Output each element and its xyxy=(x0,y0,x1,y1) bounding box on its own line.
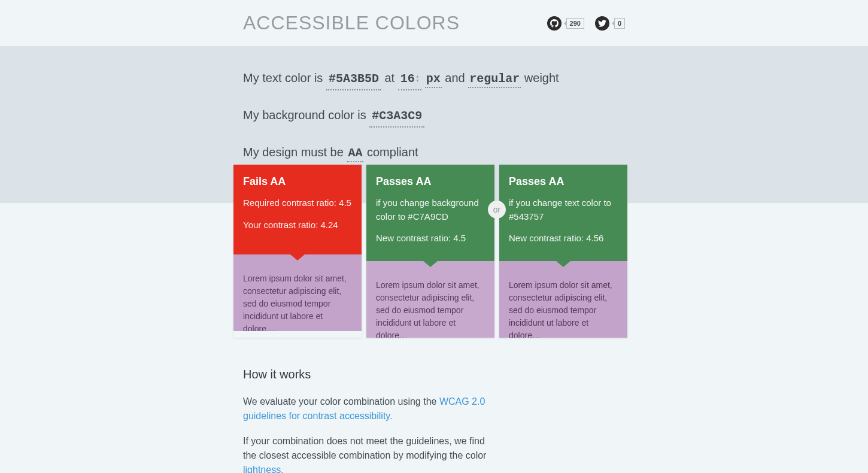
page-title: ACCESSIBLE COLORS xyxy=(243,12,460,34)
pass-text-card: or Passes AA if you change text color to… xyxy=(499,165,627,338)
pass-text-sample: Lorem ipsum dolor sit amet, consectetur … xyxy=(499,261,627,338)
level-select[interactable]: AA xyxy=(347,146,363,162)
lightness-link[interactable]: lightness. xyxy=(243,465,284,473)
or-badge: or xyxy=(488,201,506,219)
twitter-icon xyxy=(595,16,609,31)
label: My text color is xyxy=(243,71,323,84)
pass-text-desc: if you change text color to #543757 xyxy=(509,196,618,223)
pass-bg-ratio: New contrast ratio: 4.5 xyxy=(376,232,485,245)
pass-bg-sample: Lorem ipsum dolor sit amet, consectetur … xyxy=(366,261,494,338)
pass-bg-card: Passes AA if you change background color… xyxy=(366,165,494,338)
howit-title: How it works xyxy=(243,368,488,381)
social-links: 290 0 xyxy=(547,16,625,31)
fail-sample: Lorem ipsum dolor sit amet, consectetur … xyxy=(233,254,362,331)
howit-p1: We evaluate your color combination using… xyxy=(243,395,488,423)
twitter-link[interactable]: 0 xyxy=(595,16,625,31)
label: My design must be xyxy=(243,145,344,159)
label: and xyxy=(445,71,465,84)
level-sentence: My design must be AA compliant xyxy=(243,143,559,162)
label: at xyxy=(385,71,395,84)
label: My background color is xyxy=(243,108,366,122)
twitter-count: 0 xyxy=(614,18,625,29)
label: weight xyxy=(524,71,559,84)
github-count: 290 xyxy=(566,18,584,29)
bg-color-sentence: My background color is #C3A3C9 xyxy=(243,106,559,128)
pass-text-title: Passes AA xyxy=(509,175,618,188)
required-ratio: Required contrast ratio: 4.5 xyxy=(243,196,352,210)
fail-title: Fails AA xyxy=(243,175,352,188)
github-icon xyxy=(547,16,562,31)
text-color-sentence: My text color is #5A3B5D at 16▴▾ px and … xyxy=(243,69,559,90)
font-size-input[interactable]: 16▴▾ xyxy=(398,70,421,90)
stepper-icon[interactable]: ▴▾ xyxy=(416,75,419,83)
bg-color-input[interactable]: #C3A3C9 xyxy=(369,107,424,128)
pass-text-ratio: New contrast ratio: 4.56 xyxy=(509,232,618,245)
github-link[interactable]: 290 xyxy=(547,16,584,31)
font-unit-select[interactable]: px xyxy=(425,72,442,88)
your-ratio: Your contrast ratio: 4.24 xyxy=(243,219,352,232)
label: compliant xyxy=(367,145,418,159)
text-color-input[interactable]: #5A3B5D xyxy=(326,70,381,90)
how-it-works: How it works We evaluate your color comb… xyxy=(243,368,488,473)
howit-p2: If your combination does not meet the gu… xyxy=(243,434,488,473)
pass-bg-title: Passes AA xyxy=(376,175,485,188)
fail-card: Fails AA Required contrast ratio: 4.5 Yo… xyxy=(233,165,362,338)
pass-bg-desc: if you change background color to #C7A9C… xyxy=(376,196,485,223)
font-weight-select[interactable]: regular xyxy=(468,72,521,88)
